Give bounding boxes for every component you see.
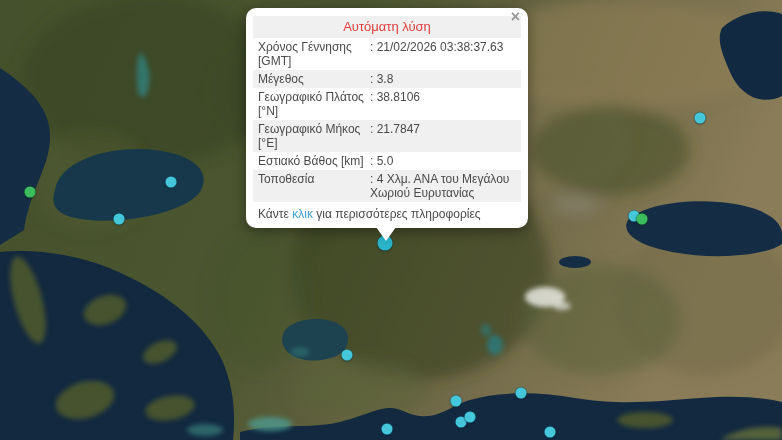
earthquake-marker[interactable] <box>382 424 393 435</box>
footer-text-prefix: Κάντε <box>258 207 292 221</box>
earthquake-marker[interactable] <box>695 113 706 124</box>
earthquake-marker[interactable] <box>545 427 556 438</box>
popup-footer: Κάντε κλικ για περισσότερες πληροφορίες <box>253 202 521 224</box>
earthquake-marker[interactable] <box>451 396 462 407</box>
earthquake-marker[interactable] <box>342 350 353 361</box>
earthquake-marker[interactable] <box>637 214 648 225</box>
info-row-label: Εστιακό Βάθος [km] <box>258 154 370 168</box>
info-row-label: Γεωγραφικό Μήκος [°E] <box>258 122 370 150</box>
earthquake-marker[interactable] <box>114 214 125 225</box>
info-row-label: Γεωγραφικό Πλάτος [°N] <box>258 90 370 118</box>
earthquake-marker[interactable] <box>516 388 527 399</box>
info-row-magnitude: Μέγεθος : 3.8 <box>253 70 521 88</box>
info-row-origin-time: Χρόνος Γέννησης [GMT] : 21/02/2026 03:38… <box>253 38 521 70</box>
footer-text-suffix: για περισσότερες πληροφορίες <box>313 207 481 221</box>
earthquake-marker[interactable] <box>166 177 177 188</box>
earthquake-marker[interactable] <box>25 187 36 198</box>
info-row-value: : 21.7847 <box>370 122 516 150</box>
info-row-depth: Εστιακό Βάθος [km] : 5.0 <box>253 152 521 170</box>
more-info-link[interactable]: κλικ <box>292 207 313 221</box>
close-icon[interactable]: × <box>511 9 520 25</box>
earthquake-marker[interactable] <box>465 412 476 423</box>
info-row-location: Τοποθεσία : 4 Χλμ. ΑΝΑ του Μεγάλου Χωριο… <box>253 170 521 202</box>
popup-title: Αυτόματη λύση <box>253 16 521 38</box>
info-row-value: : 3.8 <box>370 72 516 86</box>
info-row-value: : 5.0 <box>370 154 516 168</box>
info-row-label: Τοποθεσία <box>258 172 370 200</box>
info-row-label: Χρόνος Γέννησης [GMT] <box>258 40 370 68</box>
earthquake-info-popup: × Αυτόματη λύση Χρόνος Γέννησης [GMT] : … <box>246 8 528 228</box>
info-row-value: : 4 Χλμ. ΑΝΑ του Μεγάλου Χωριού Ευρυτανί… <box>370 172 516 200</box>
info-row-label: Μέγεθος <box>258 72 370 86</box>
info-row-value: : 21/02/2026 03:38:37.63 <box>370 40 516 68</box>
info-row-latitude: Γεωγραφικό Πλάτος [°N] : 38.8106 <box>253 88 521 120</box>
info-row-longitude: Γεωγραφικό Μήκος [°E] : 21.7847 <box>253 120 521 152</box>
info-row-value: : 38.8106 <box>370 90 516 118</box>
